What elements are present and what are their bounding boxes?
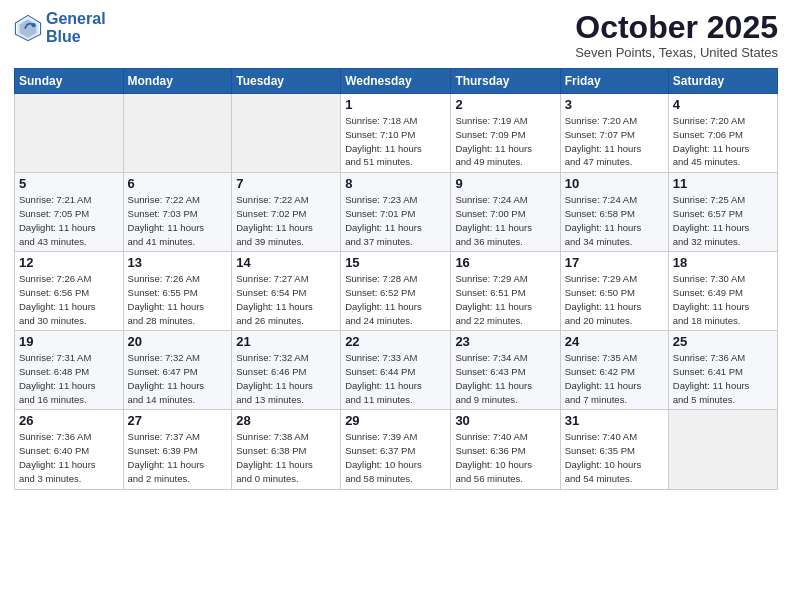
logo-line1: General: [46, 10, 106, 27]
day-number: 10: [565, 176, 664, 191]
day-number: 22: [345, 334, 446, 349]
header-row: SundayMondayTuesdayWednesdayThursdayFrid…: [15, 69, 778, 94]
col-header-saturday: Saturday: [668, 69, 777, 94]
calendar-cell: 2Sunrise: 7:19 AM Sunset: 7:09 PM Daylig…: [451, 94, 560, 173]
day-info: Sunrise: 7:20 AM Sunset: 7:06 PM Dayligh…: [673, 114, 773, 169]
day-info: Sunrise: 7:28 AM Sunset: 6:52 PM Dayligh…: [345, 272, 446, 327]
week-row-3: 12Sunrise: 7:26 AM Sunset: 6:56 PM Dayli…: [15, 252, 778, 331]
calendar-cell: 20Sunrise: 7:32 AM Sunset: 6:47 PM Dayli…: [123, 331, 232, 410]
day-number: 14: [236, 255, 336, 270]
day-number: 23: [455, 334, 555, 349]
calendar-cell: 3Sunrise: 7:20 AM Sunset: 7:07 PM Daylig…: [560, 94, 668, 173]
week-row-1: 1Sunrise: 7:18 AM Sunset: 7:10 PM Daylig…: [15, 94, 778, 173]
day-number: 8: [345, 176, 446, 191]
calendar-cell: 9Sunrise: 7:24 AM Sunset: 7:00 PM Daylig…: [451, 173, 560, 252]
day-info: Sunrise: 7:39 AM Sunset: 6:37 PM Dayligh…: [345, 430, 446, 485]
day-info: Sunrise: 7:21 AM Sunset: 7:05 PM Dayligh…: [19, 193, 119, 248]
calendar-cell: 7Sunrise: 7:22 AM Sunset: 7:02 PM Daylig…: [232, 173, 341, 252]
calendar-cell: [668, 410, 777, 489]
calendar-cell: 5Sunrise: 7:21 AM Sunset: 7:05 PM Daylig…: [15, 173, 124, 252]
day-number: 11: [673, 176, 773, 191]
day-number: 15: [345, 255, 446, 270]
page: General Blue October 2025 Seven Points, …: [0, 0, 792, 612]
day-info: Sunrise: 7:20 AM Sunset: 7:07 PM Dayligh…: [565, 114, 664, 169]
calendar-cell: 31Sunrise: 7:40 AM Sunset: 6:35 PM Dayli…: [560, 410, 668, 489]
day-number: 20: [128, 334, 228, 349]
day-info: Sunrise: 7:38 AM Sunset: 6:38 PM Dayligh…: [236, 430, 336, 485]
calendar-cell: [123, 94, 232, 173]
day-info: Sunrise: 7:34 AM Sunset: 6:43 PM Dayligh…: [455, 351, 555, 406]
calendar-cell: 18Sunrise: 7:30 AM Sunset: 6:49 PM Dayli…: [668, 252, 777, 331]
calendar-cell: 6Sunrise: 7:22 AM Sunset: 7:03 PM Daylig…: [123, 173, 232, 252]
day-info: Sunrise: 7:29 AM Sunset: 6:51 PM Dayligh…: [455, 272, 555, 327]
day-number: 17: [565, 255, 664, 270]
day-info: Sunrise: 7:24 AM Sunset: 7:00 PM Dayligh…: [455, 193, 555, 248]
day-number: 1: [345, 97, 446, 112]
day-number: 3: [565, 97, 664, 112]
day-number: 19: [19, 334, 119, 349]
col-header-tuesday: Tuesday: [232, 69, 341, 94]
logo-icon: [14, 14, 42, 42]
day-info: Sunrise: 7:40 AM Sunset: 6:35 PM Dayligh…: [565, 430, 664, 485]
day-info: Sunrise: 7:22 AM Sunset: 7:03 PM Dayligh…: [128, 193, 228, 248]
location-subtitle: Seven Points, Texas, United States: [575, 45, 778, 60]
day-number: 31: [565, 413, 664, 428]
header: General Blue October 2025 Seven Points, …: [14, 10, 778, 60]
day-number: 27: [128, 413, 228, 428]
day-info: Sunrise: 7:30 AM Sunset: 6:49 PM Dayligh…: [673, 272, 773, 327]
day-number: 18: [673, 255, 773, 270]
day-info: Sunrise: 7:29 AM Sunset: 6:50 PM Dayligh…: [565, 272, 664, 327]
day-info: Sunrise: 7:40 AM Sunset: 6:36 PM Dayligh…: [455, 430, 555, 485]
day-info: Sunrise: 7:18 AM Sunset: 7:10 PM Dayligh…: [345, 114, 446, 169]
day-info: Sunrise: 7:31 AM Sunset: 6:48 PM Dayligh…: [19, 351, 119, 406]
day-info: Sunrise: 7:37 AM Sunset: 6:39 PM Dayligh…: [128, 430, 228, 485]
calendar-cell: 27Sunrise: 7:37 AM Sunset: 6:39 PM Dayli…: [123, 410, 232, 489]
day-info: Sunrise: 7:33 AM Sunset: 6:44 PM Dayligh…: [345, 351, 446, 406]
calendar-cell: 23Sunrise: 7:34 AM Sunset: 6:43 PM Dayli…: [451, 331, 560, 410]
calendar-cell: 22Sunrise: 7:33 AM Sunset: 6:44 PM Dayli…: [341, 331, 451, 410]
calendar-cell: 28Sunrise: 7:38 AM Sunset: 6:38 PM Dayli…: [232, 410, 341, 489]
day-info: Sunrise: 7:25 AM Sunset: 6:57 PM Dayligh…: [673, 193, 773, 248]
logo-text: General Blue: [46, 10, 106, 45]
day-number: 28: [236, 413, 336, 428]
calendar-cell: 24Sunrise: 7:35 AM Sunset: 6:42 PM Dayli…: [560, 331, 668, 410]
day-info: Sunrise: 7:35 AM Sunset: 6:42 PM Dayligh…: [565, 351, 664, 406]
day-number: 24: [565, 334, 664, 349]
logo-line2: Blue: [46, 28, 81, 45]
calendar-cell: [232, 94, 341, 173]
day-number: 9: [455, 176, 555, 191]
calendar-cell: 26Sunrise: 7:36 AM Sunset: 6:40 PM Dayli…: [15, 410, 124, 489]
calendar-cell: 1Sunrise: 7:18 AM Sunset: 7:10 PM Daylig…: [341, 94, 451, 173]
col-header-wednesday: Wednesday: [341, 69, 451, 94]
day-info: Sunrise: 7:22 AM Sunset: 7:02 PM Dayligh…: [236, 193, 336, 248]
day-number: 29: [345, 413, 446, 428]
day-number: 4: [673, 97, 773, 112]
week-row-4: 19Sunrise: 7:31 AM Sunset: 6:48 PM Dayli…: [15, 331, 778, 410]
week-row-2: 5Sunrise: 7:21 AM Sunset: 7:05 PM Daylig…: [15, 173, 778, 252]
day-info: Sunrise: 7:32 AM Sunset: 6:46 PM Dayligh…: [236, 351, 336, 406]
calendar-cell: 14Sunrise: 7:27 AM Sunset: 6:54 PM Dayli…: [232, 252, 341, 331]
calendar-cell: 12Sunrise: 7:26 AM Sunset: 6:56 PM Dayli…: [15, 252, 124, 331]
calendar-cell: 19Sunrise: 7:31 AM Sunset: 6:48 PM Dayli…: [15, 331, 124, 410]
calendar-cell: 4Sunrise: 7:20 AM Sunset: 7:06 PM Daylig…: [668, 94, 777, 173]
day-number: 2: [455, 97, 555, 112]
day-info: Sunrise: 7:32 AM Sunset: 6:47 PM Dayligh…: [128, 351, 228, 406]
day-info: Sunrise: 7:26 AM Sunset: 6:55 PM Dayligh…: [128, 272, 228, 327]
col-header-thursday: Thursday: [451, 69, 560, 94]
day-number: 16: [455, 255, 555, 270]
day-info: Sunrise: 7:24 AM Sunset: 6:58 PM Dayligh…: [565, 193, 664, 248]
day-number: 26: [19, 413, 119, 428]
day-number: 30: [455, 413, 555, 428]
day-number: 7: [236, 176, 336, 191]
calendar: SundayMondayTuesdayWednesdayThursdayFrid…: [14, 68, 778, 489]
day-number: 12: [19, 255, 119, 270]
day-number: 25: [673, 334, 773, 349]
title-block: October 2025 Seven Points, Texas, United…: [575, 10, 778, 60]
day-number: 5: [19, 176, 119, 191]
day-number: 6: [128, 176, 228, 191]
week-row-5: 26Sunrise: 7:36 AM Sunset: 6:40 PM Dayli…: [15, 410, 778, 489]
day-number: 21: [236, 334, 336, 349]
calendar-cell: 21Sunrise: 7:32 AM Sunset: 6:46 PM Dayli…: [232, 331, 341, 410]
calendar-cell: 17Sunrise: 7:29 AM Sunset: 6:50 PM Dayli…: [560, 252, 668, 331]
calendar-cell: 16Sunrise: 7:29 AM Sunset: 6:51 PM Dayli…: [451, 252, 560, 331]
